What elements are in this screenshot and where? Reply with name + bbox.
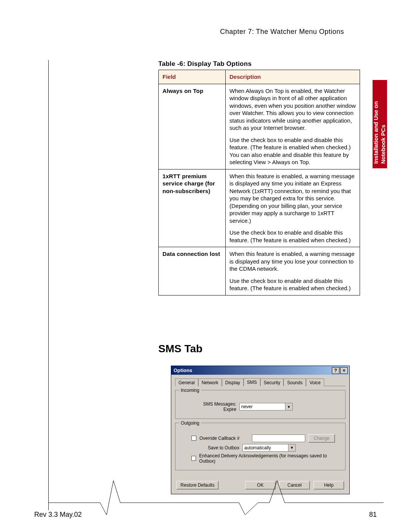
enhanced-ack-label: Enhanced Delivery Acknowledgements (for …	[199, 453, 341, 464]
field-cell: Always on Top	[159, 84, 226, 169]
dialog-tabs: General Network Display SMS Security Sou…	[175, 378, 346, 386]
margin-rule	[48, 60, 49, 510]
chevron-down-icon: ▼	[285, 403, 292, 410]
outgoing-group: Outgoing Override Callback # Change Save…	[175, 423, 346, 470]
decorative-wave	[49, 481, 384, 515]
desc-cell: When this feature is enabled, a warning …	[226, 247, 360, 296]
table-row: Always on Top When Always On Top is enab…	[159, 84, 360, 169]
field-cell: 1xRTT premium service charge (for non-su…	[159, 169, 226, 247]
desc-cell: When this feature is enabled, a warning …	[226, 169, 360, 247]
col-field: Field	[159, 70, 226, 84]
field-cell: Data connection lost	[159, 247, 226, 296]
footer-revision: Rev 3.3 May.02	[34, 511, 82, 519]
table-row: Data connection lost When this feature i…	[159, 247, 360, 296]
desc-cell: When Always On Top is enabled, the Watch…	[226, 84, 360, 169]
tab-sounds[interactable]: Sounds	[284, 379, 306, 386]
incoming-group: Incoming SMS Messages: Expire never ▼	[175, 390, 346, 419]
chevron-down-icon: ▼	[288, 444, 295, 451]
footer-page-number: 81	[369, 511, 377, 519]
outgoing-legend: Outgoing	[179, 420, 201, 426]
change-button[interactable]: Change	[308, 434, 335, 443]
enhanced-ack-checkbox[interactable]	[191, 456, 196, 461]
incoming-legend: Incoming	[179, 388, 201, 393]
tab-security[interactable]: Security	[260, 379, 284, 386]
options-dialog: Options ? × General Network Display SMS …	[171, 366, 350, 494]
help-icon[interactable]: ?	[332, 367, 339, 374]
col-description: Description	[226, 70, 360, 84]
incoming-label: SMS Messages: Expire	[179, 401, 236, 412]
section-heading-sms: SMS Tab	[158, 343, 202, 355]
section-side-tab: Installation and Use on Notebook PCs	[373, 80, 387, 168]
tab-voice[interactable]: Voice	[306, 379, 324, 386]
chapter-header: Chapter 7: The Watcher Menu Options	[220, 28, 344, 36]
override-callback-checkbox[interactable]	[191, 436, 196, 441]
override-callback-label: Override Callback #	[199, 436, 249, 441]
tab-network[interactable]: Network	[198, 379, 222, 386]
tab-general[interactable]: General	[175, 379, 198, 386]
display-options-table: Field Description Always on Top When Alw…	[158, 70, 360, 296]
close-icon[interactable]: ×	[340, 367, 348, 374]
override-callback-input[interactable]	[252, 435, 305, 442]
dialog-titlebar: Options ? ×	[171, 366, 349, 375]
table-row: 1xRTT premium service charge (for non-su…	[159, 169, 360, 247]
tab-sms[interactable]: SMS	[244, 378, 260, 386]
expire-select[interactable]: never ▼	[239, 403, 293, 411]
save-outbox-select[interactable]: automatically ▼	[242, 444, 296, 452]
dialog-title: Options	[174, 367, 192, 373]
tab-display[interactable]: Display	[222, 379, 244, 386]
table-caption: Table -6: Display Tab Options	[158, 60, 252, 68]
save-outbox-label: Save to Outbox	[179, 445, 239, 451]
